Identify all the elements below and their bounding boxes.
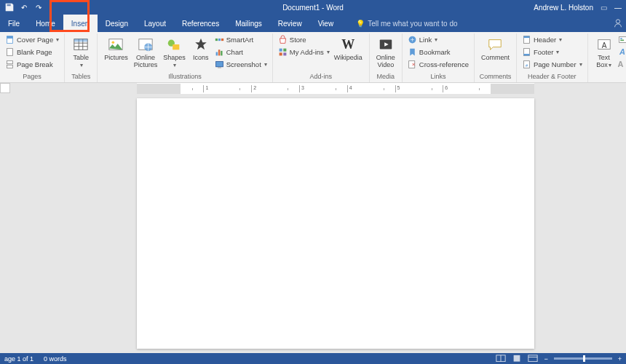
wikipedia-button[interactable]: WWikipedia	[331, 33, 365, 63]
group-header-footer: Header▾ Footer▾ #Page Number▾ Header & F…	[517, 33, 588, 82]
tab-insert[interactable]: Insert	[63, 15, 98, 32]
chart-label: Chart	[226, 48, 243, 56]
page-number-button[interactable]: #Page Number▾	[520, 58, 584, 71]
group-illustrations-label: Illustrations	[101, 72, 269, 82]
smartart-button[interactable]: SmartArt	[213, 33, 269, 46]
redo-icon[interactable]: ↷	[33, 2, 44, 12]
drop-cap-button[interactable]: ADrop Cap▾	[617, 58, 626, 71]
pictures-label: Pictures	[104, 54, 128, 61]
bookmark-icon	[408, 47, 417, 57]
group-addins-label: Add-ins	[277, 72, 365, 82]
ribbon-display-icon[interactable]: ▭	[601, 4, 607, 12]
ruler-mark: 3	[299, 85, 324, 92]
footer-button[interactable]: Footer▾	[520, 46, 584, 58]
minimize-icon[interactable]: —	[614, 4, 622, 12]
word-count[interactable]: 0 words	[44, 355, 67, 363]
ruler-mark: 1	[203, 85, 228, 92]
document-page[interactable]	[137, 98, 534, 349]
page-break-button[interactable]: Page Break	[4, 58, 60, 71]
icons-icon	[193, 36, 209, 52]
document-area	[0, 94, 626, 353]
store-label: Store	[290, 36, 306, 44]
zoom-in-button[interactable]: +	[618, 355, 622, 363]
table-button[interactable]: Table▾	[68, 33, 93, 71]
my-addins-label: My Add-ins	[290, 48, 324, 56]
screenshot-button[interactable]: Screenshot▾	[213, 58, 269, 71]
cross-reference-icon	[408, 60, 417, 69]
undo-icon[interactable]: ↶	[19, 2, 29, 12]
zoom-out-button[interactable]: −	[544, 355, 547, 363]
svg-point-0	[616, 20, 619, 23]
shapes-label: Shapes	[163, 54, 186, 61]
wordart-button[interactable]: AWordArt▾	[617, 46, 626, 58]
text-box-button[interactable]: AText Box▾	[592, 33, 617, 71]
drop-cap-icon: A	[618, 60, 626, 69]
comment-icon	[487, 36, 503, 52]
page-indicator[interactable]: age 1 of 1	[4, 355, 33, 363]
online-pictures-button[interactable]: Online Pictures	[131, 33, 161, 70]
quick-parts-button[interactable]: Quick Parts▾	[617, 33, 626, 46]
my-addins-icon	[278, 47, 288, 57]
svg-rect-25	[218, 68, 221, 68]
tell-me-search[interactable]: 💡 Tell me what you want to do	[356, 15, 457, 32]
group-links-label: Links	[406, 72, 470, 82]
cross-reference-label: Cross-reference	[419, 60, 469, 68]
read-mode-icon[interactable]	[496, 355, 506, 363]
group-illustrations: Pictures Online Pictures Shapes▾ Icons S…	[98, 33, 273, 82]
icons-button[interactable]: Icons	[189, 33, 213, 63]
document-title: Document1 - Word	[282, 4, 344, 12]
tab-view[interactable]: View	[310, 15, 342, 32]
svg-rect-28	[279, 52, 282, 55]
user-name[interactable]: Andrew L. Holston	[534, 4, 593, 12]
text-box-icon: A	[596, 36, 612, 52]
tab-mailings[interactable]: Mailings	[227, 15, 270, 32]
group-text: AText Box▾ Quick Parts▾ AWordArt▾ ADrop …	[588, 33, 626, 82]
svg-rect-3	[7, 49, 12, 56]
chart-button[interactable]: Chart	[213, 46, 269, 58]
svg-rect-43	[620, 40, 624, 41]
group-pages-label: Pages	[4, 72, 60, 82]
svg-rect-11	[74, 39, 87, 42]
print-layout-icon[interactable]	[512, 355, 522, 363]
shapes-button[interactable]: Shapes▾	[160, 33, 189, 71]
link-button[interactable]: Link▾	[406, 33, 470, 46]
pictures-button[interactable]: Pictures	[101, 33, 131, 63]
svg-rect-4	[7, 61, 12, 64]
header-button[interactable]: Header▾	[520, 33, 584, 46]
tab-design[interactable]: Design	[98, 15, 136, 32]
tab-review[interactable]: Review	[270, 15, 310, 32]
cross-reference-button[interactable]: Cross-reference	[406, 58, 470, 71]
store-button[interactable]: Store	[277, 33, 331, 46]
status-bar: age 1 of 1 0 words − +	[0, 353, 626, 364]
store-icon	[278, 35, 288, 44]
group-text-label: Text	[592, 72, 626, 82]
account-icon[interactable]	[613, 15, 623, 32]
zoom-slider[interactable]	[554, 357, 612, 360]
tab-home[interactable]: Home	[28, 15, 63, 32]
horizontal-ruler[interactable]: 1 2 3 4 5 6	[137, 83, 534, 94]
screenshot-icon	[215, 60, 224, 69]
blank-page-button[interactable]: Blank Page	[4, 46, 60, 58]
tab-layout[interactable]: Layout	[136, 15, 174, 32]
svg-rect-26	[279, 49, 282, 52]
ruler-bar: 1 2 3 4 5 6	[0, 83, 626, 94]
cover-page-label: Cover Page	[17, 36, 53, 44]
my-addins-button[interactable]: My Add-ins▾	[277, 46, 331, 58]
bookmark-button[interactable]: Bookmark	[406, 46, 470, 58]
ribbon: Cover Page▾ Blank Page Page Break Pages …	[0, 32, 626, 83]
link-icon	[408, 35, 417, 44]
svg-text:A: A	[601, 41, 606, 50]
group-comments: Comment Comments	[475, 33, 517, 82]
save-icon[interactable]	[4, 2, 15, 12]
group-header-footer-label: Header & Footer	[520, 72, 584, 82]
svg-rect-22	[218, 50, 220, 55]
web-layout-icon[interactable]	[528, 355, 538, 363]
comment-button[interactable]: Comment	[478, 33, 512, 63]
tab-file[interactable]: File	[0, 15, 28, 32]
ruler-corner[interactable]	[0, 83, 10, 93]
svg-rect-24	[215, 61, 223, 66]
cover-page-button[interactable]: Cover Page▾	[4, 33, 60, 46]
online-video-button[interactable]: Online Video	[373, 33, 398, 70]
tab-references[interactable]: References	[174, 15, 227, 32]
ruler-mark: 2	[251, 85, 276, 92]
